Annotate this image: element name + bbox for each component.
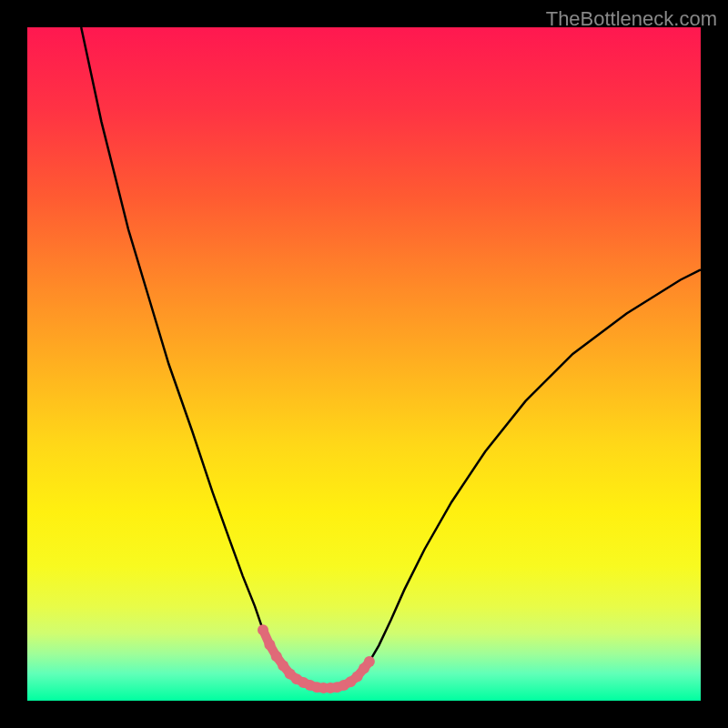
curve-layer: [27, 27, 701, 701]
highlight-dot: [271, 651, 282, 662]
highlight-dot: [258, 624, 268, 635]
highlight-dots: [258, 624, 375, 693]
watermark-text: TheBottleneck.com: [546, 7, 717, 31]
highlight-dot: [264, 640, 275, 651]
chart-container: TheBottleneck.com: [0, 0, 728, 728]
highlight-dot: [364, 656, 375, 667]
chart-area: [27, 27, 701, 701]
bottleneck-curve: [81, 27, 701, 688]
